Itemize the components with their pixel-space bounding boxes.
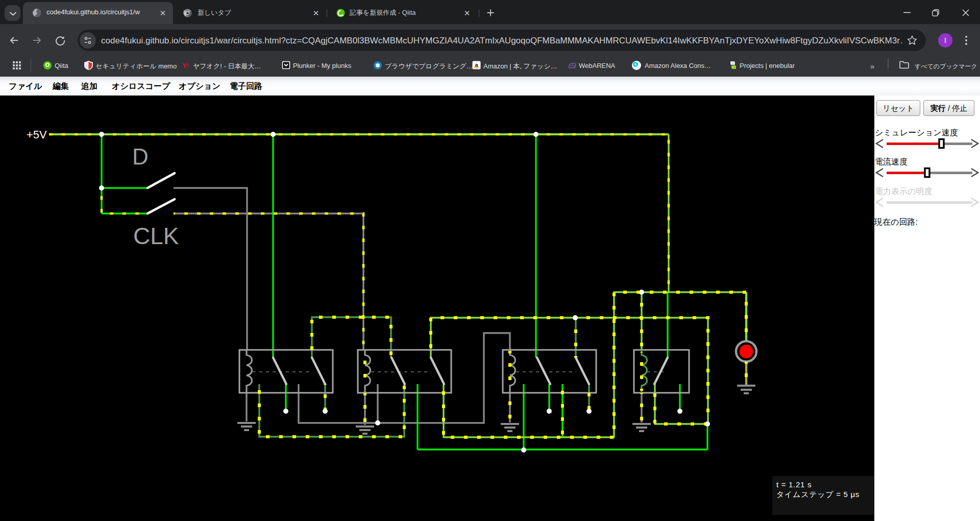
svg-text:D: D: [132, 144, 149, 169]
svg-text:a: a: [475, 62, 478, 68]
svg-text:CLK: CLK: [133, 223, 179, 249]
svg-text:+5V: +5V: [27, 128, 47, 141]
